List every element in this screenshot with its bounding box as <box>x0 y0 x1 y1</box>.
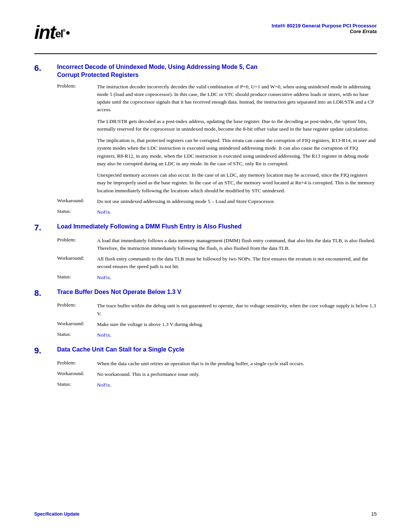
status-label-9: Status: <box>57 381 97 387</box>
section-6-title: Incorrect Decode of Unindexed Mode, Usin… <box>57 63 258 79</box>
page: intel® Intel® 80219 General Purpose PCI … <box>0 0 411 532</box>
section-8-content: Problem: The trace buffer within the deb… <box>57 302 377 339</box>
section-7: 7. Load Immediately Following a DMM Flus… <box>34 223 377 281</box>
section-9: 9. Data Cache Unit Can Stall for a Singl… <box>34 346 377 389</box>
section-8-heading: 8. Trace Buffer Does Not Operate Below 1… <box>34 288 377 298</box>
header: intel® Intel® 80219 General Purpose PCI … <box>34 23 377 42</box>
section-6-problem-p2: The LDR/STR gets decoded as a post-index… <box>97 118 377 133</box>
section-8-status-row: Status: NoFix. <box>57 331 377 339</box>
sections-container: 6. Incorrect Decode of Unindexed Mode, U… <box>34 63 377 389</box>
section-6-status-row: Status: NoFix. <box>57 208 377 216</box>
section-8-number: 8. <box>34 288 49 298</box>
section-8: 8. Trace Buffer Does Not Operate Below 1… <box>34 288 377 339</box>
section-6-content: Problem: The instruction decoder incorre… <box>57 83 377 216</box>
section-9-content: Problem: When the data cache unit retrie… <box>57 360 377 389</box>
product-title: Intel® 80219 General Purpose PCI Process… <box>272 23 377 29</box>
section-6-workaround-row: Workaround: Do not use unindexed address… <box>57 198 377 205</box>
section-6-problem-p3: The implication is, that protected regis… <box>97 137 377 168</box>
header-right: Intel® 80219 General Purpose PCI Process… <box>272 23 377 34</box>
workaround-label-8: Workaround: <box>57 321 97 327</box>
section-8-problem-row: Problem: The trace buffer within the deb… <box>57 302 377 318</box>
section-9-problem-row: Problem: When the data cache unit retrie… <box>57 360 377 367</box>
section-7-number: 7. <box>34 223 49 233</box>
footer-page-number: 15 <box>371 511 377 517</box>
section-7-problem-row: Problem: A load that immediately follows… <box>57 237 377 252</box>
section-6-problem-row: Problem: The instruction decoder incorre… <box>57 83 377 195</box>
logo-area: intel® <box>34 23 70 42</box>
workaround-label-6: Workaround: <box>57 198 97 204</box>
problem-label: Problem: <box>57 83 97 89</box>
section-8-title: Trace Buffer Does Not Operate Below 1.3 … <box>57 288 181 296</box>
section-6-problem: The instruction decoder incorrectly deco… <box>97 83 377 195</box>
section-8-status: NoFix. <box>97 331 377 339</box>
section-8-workaround: Make sure the voltage is above 1.3 V dur… <box>97 321 377 328</box>
section-9-workaround: No workaround. This is a performance iss… <box>97 371 377 378</box>
status-label-8: Status: <box>57 331 97 337</box>
section-7-workaround-row: Workaround: All flush entry commands to … <box>57 255 377 271</box>
section-title: Core Errata <box>272 29 377 34</box>
status-label-6: Status: <box>57 208 97 214</box>
problem-label-9: Problem: <box>57 360 97 366</box>
section-7-status-row: Status: NoFix. <box>57 274 377 281</box>
section-6-number: 6. <box>34 63 49 73</box>
section-7-title: Load Immediately Following a DMM Flush E… <box>57 223 242 231</box>
section-9-status-row: Status: NoFix. <box>57 381 377 389</box>
section-6-workaround: Do not use unindexed addressing in addre… <box>97 198 377 205</box>
section-8-problem: The trace buffer within the debug unit i… <box>97 302 377 318</box>
section-7-workaround: All flush entry commands to the data TLB… <box>97 255 377 271</box>
section-7-heading: 7. Load Immediately Following a DMM Flus… <box>34 223 377 233</box>
workaround-label-7: Workaround: <box>57 255 97 261</box>
problem-label-8: Problem: <box>57 302 97 308</box>
section-9-problem: When the data cache unit retries an oper… <box>97 360 377 367</box>
section-9-workaround-row: Workaround: No workaround. This is a per… <box>57 371 377 378</box>
footer: Specification Update 15 <box>0 511 411 517</box>
section-6: 6. Incorrect Decode of Unindexed Mode, U… <box>34 63 377 216</box>
section-7-content: Problem: A load that immediately follows… <box>57 237 377 281</box>
status-label-7: Status: <box>57 274 97 280</box>
problem-label-7: Problem: <box>57 237 97 243</box>
workaround-label-9: Workaround: <box>57 371 97 377</box>
section-6-heading: 6. Incorrect Decode of Unindexed Mode, U… <box>34 63 377 79</box>
section-8-workaround-row: Workaround: Make sure the voltage is abo… <box>57 321 377 328</box>
section-9-title: Data Cache Unit Can Stall for a Single C… <box>57 346 184 354</box>
section-6-problem-p1: The instruction decoder incorrectly deco… <box>97 83 377 114</box>
section-7-problem: A load that immediately follows a data m… <box>97 237 377 252</box>
header-divider <box>34 53 377 54</box>
footer-spec-update: Specification Update <box>34 511 80 517</box>
section-9-number: 9. <box>34 346 49 356</box>
section-9-status: NoFix. <box>97 381 377 389</box>
intel-logo: intel® <box>34 23 70 42</box>
section-9-heading: 9. Data Cache Unit Can Stall for a Singl… <box>34 346 377 356</box>
section-7-status: NoFix. <box>97 274 377 281</box>
section-6-problem-p4: Unexpected memory accesses can also occu… <box>97 171 377 195</box>
section-6-status: NoFix. <box>97 208 377 216</box>
